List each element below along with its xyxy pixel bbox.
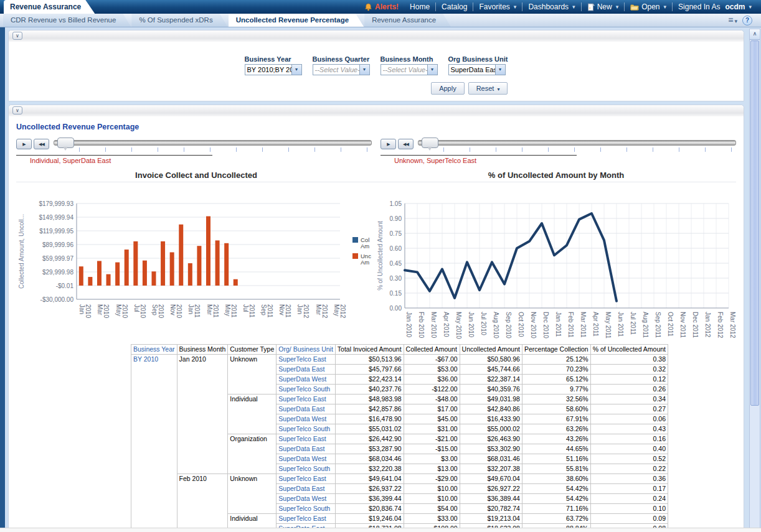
business-unit-link[interactable]: SuperTelco South [277,424,336,434]
svg-text:% of Uncollected Amount: % of Uncollected Amount [377,221,384,291]
uncollected-cell: $32,207.38 [460,464,522,474]
uncollected-cell: $55,000.02 [460,424,522,434]
tab-uncollected-revenue-percentage[interactable]: Uncollected Revenue Percentage [229,14,364,27]
collected-cell: -$29.00 [404,474,460,484]
svg-text:2011: 2011 [267,304,273,318]
nav-alerts[interactable]: Alerts! [359,0,404,14]
total-invoiced-cell: $32,220.38 [335,464,404,474]
svg-text:Feb 2010: Feb 2010 [418,312,425,338]
scroll-up-button[interactable]: ∧ [750,29,760,40]
dropdown-value: BY 2010;BY 2011 [245,65,291,75]
svg-text:2011: 2011 [248,304,255,318]
collected-cell: $10.00 [404,484,460,494]
nav-favorites[interactable]: Favorites ▾ [473,0,522,14]
business-unit-link[interactable]: SuperData West [277,414,336,424]
business-unit-link[interactable]: SuperTelco East [277,474,336,484]
business-unit-link[interactable]: SuperTelco East [277,355,336,365]
prompt-dropdown-business-quarter[interactable]: --Select Value--▾ [313,64,370,75]
slider-current-value: Unknown, SuperTelco East [380,157,736,164]
slider-thumb[interactable] [422,138,438,148]
prompt-dropdown-org-business-unit[interactable]: SuperData East;S▾ [448,64,506,75]
slider-play-button[interactable]: ▶ [380,139,396,149]
help-icon[interactable]: ? [742,16,752,26]
column-header-customer-type: Customer Type [228,345,277,355]
collected-cell: -$48.00 [404,394,460,404]
customer-type-cell: Organization [228,434,277,474]
uncollected-cell: $42,840.86 [460,404,522,414]
slider-thumb[interactable] [57,138,74,148]
slider-ticks [54,147,372,152]
slider-rewind-button[interactable]: ◀◀ [398,139,414,149]
column-header-org-business-unit[interactable]: Org/ Business Unit [277,345,336,355]
nav-catalog[interactable]: Catalog [436,0,473,14]
nav-dashboards[interactable]: Dashboards ▾ [522,0,580,14]
prompt-label: Business Quarter [313,55,370,63]
svg-text:Jan 2012: Jan 2012 [704,312,711,338]
collected-cell: -$21.00 [404,434,460,444]
business-unit-link[interactable]: SuperTelco East [277,434,336,444]
pct-collection-cell: 58.60% [522,404,590,414]
pct-uncollected-cell: 0.12 [590,375,668,385]
column-header-business-year[interactable]: Business Year [131,345,177,355]
business-unit-link[interactable]: SuperData East [277,444,336,454]
svg-text:Mar: Mar [97,304,103,315]
nav-new[interactable]: New ▾ [582,0,625,14]
business-unit-link[interactable]: SuperData East [277,365,336,375]
business-unit-link[interactable]: SuperData East [277,484,336,494]
svg-text:$59,999.97: $59,999.97 [42,255,73,262]
scrollbar-thumb[interactable] [750,40,759,406]
pct-uncollected-cell: 0.38 [590,355,668,365]
business-unit-link[interactable]: SuperTelco South [277,385,336,394]
slider-track[interactable] [418,140,736,146]
chevron-down-icon[interactable]: ▾ [359,65,369,75]
vertical-scrollbar[interactable]: ∧ [749,29,760,531]
prompt-business-month: Business Month--Select Value--▾ [380,55,438,75]
uncollected-cell: $50,580.96 [460,355,522,365]
slider-rewind-button[interactable]: ◀◀ [34,139,49,149]
business-unit-link[interactable]: SuperTelco South [277,504,336,514]
pct-collection-cell: 32.56% [522,394,590,404]
business-unit-link[interactable]: SuperData West [277,494,336,504]
business-year-cell[interactable]: BY 2010 [131,355,177,532]
chevron-down-icon[interactable]: ▾ [495,65,505,75]
bar-chart-svg[interactable]: $179,999.93$149,999.94$119,999.95$89,999… [16,182,380,339]
svg-text:Aug 2011: Aug 2011 [642,312,649,338]
svg-text:0.15: 0.15 [390,290,402,297]
page-options-menu-icon[interactable]: ≡▾ [728,16,737,26]
slider-track[interactable] [54,140,372,146]
table-row: BY 2010Jan 2010UnknownSuperTelco East$50… [131,355,668,365]
line-chart-svg[interactable]: 1.050.900.750.600.450.300.150.00% of Unc… [376,182,740,339]
top-header-bar: Revenue Assurance Alerts! Home Catalog F… [0,0,761,14]
svg-text:Jun 2011: Jun 2011 [617,312,624,337]
reset-button[interactable]: Reset ▾ [468,82,508,95]
business-unit-link[interactable]: SuperTelco East [277,394,336,404]
chevron-down-icon[interactable]: ▾ [291,65,301,75]
uncollected-cell: $22,387.14 [460,375,522,385]
tab-cdr-revenue-vs-billed-revenue[interactable]: CDR Revenue vs Billed Revenue [3,14,131,27]
prompt-dropdown-business-month[interactable]: --Select Value--▾ [380,64,438,75]
chevron-down-icon[interactable]: ▾ [427,65,437,75]
business-unit-link[interactable]: SuperData West [277,454,336,464]
pct-uncollected-cell: 0.40 [590,444,668,454]
sliders-row: ▶◀◀Individual, SuperData East▶◀◀Unknown,… [16,139,736,164]
collapse-panel-button[interactable]: ∨ [12,106,22,114]
prompt-dropdown-business-year[interactable]: BY 2010;BY 2011▾ [245,64,302,75]
collapse-panel-button[interactable]: ∨ [12,32,22,40]
total-invoiced-cell: $40,237.76 [335,385,404,394]
nav-open[interactable]: Open ▾ [625,0,672,14]
tab-of-suspended-xdrs[interactable]: % Of Suspended xDRs [131,14,227,27]
business-unit-link[interactable]: SuperData West [277,375,336,385]
business-unit-link[interactable]: SuperTelco East [277,514,336,524]
nav-home[interactable]: Home [404,0,435,14]
business-unit-link[interactable]: SuperData East [277,404,336,414]
nav-signed-in-as[interactable]: Signed In As ocdm ▾ [673,0,757,14]
tab-revenue-assurance[interactable]: Revenue Assurance [364,14,451,27]
prompt-org-business-unit: Org Business UnitSuperData East;S▾ [448,55,508,75]
chevron-down-icon: ▾ [664,0,667,14]
svg-text:2010: 2010 [121,304,128,319]
animation-slider: ▶◀◀Individual, SuperData East [16,139,372,164]
total-invoiced-cell: $45,797.66 [335,365,404,375]
slider-play-button[interactable]: ▶ [16,139,32,149]
business-unit-link[interactable]: SuperTelco South [277,464,336,474]
apply-button[interactable]: Apply [431,82,465,95]
